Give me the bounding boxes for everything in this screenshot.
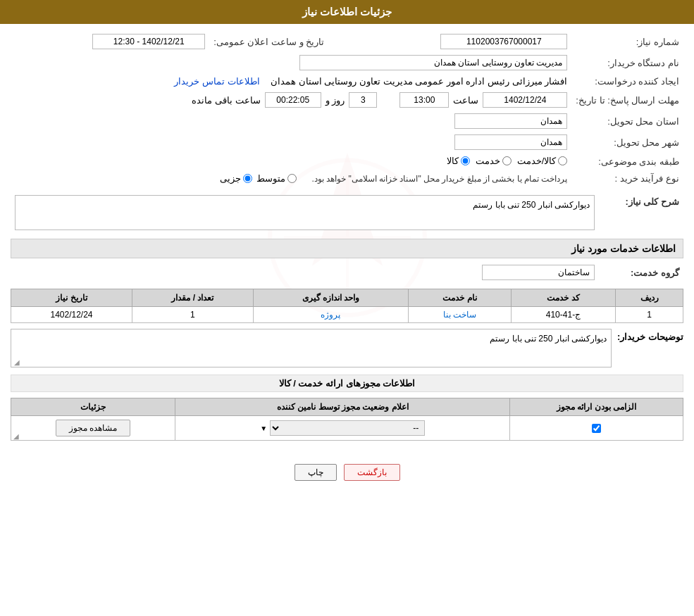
print-button[interactable]: چاپ (295, 464, 337, 481)
permit-col-supplier-status: اعلام وضعیت مجوز توسط نامین کننده (175, 398, 510, 416)
notes-resize-handle: ◢ (13, 358, 20, 365)
permit-section-title: اطلاعات مجوزهای ارائه خدمت / کالا (11, 375, 683, 392)
topic-radio-khidmat[interactable] (502, 156, 512, 165)
date-announce-input (92, 34, 205, 49)
permit-supplier-status-cell: -- ▼ (175, 416, 510, 441)
permit-section: اطلاعات مجوزهای ارائه خدمت / کالا الزامی… (11, 375, 683, 441)
topic-radio-kala-khidmat[interactable] (558, 156, 567, 165)
col-row-num: ردیف (616, 289, 683, 307)
purchase-type-medium[interactable]: متوسط (256, 173, 297, 184)
need-desc-table: شرح کلی نیاز: دیوارکشی انبار 250 تنی باب… (11, 192, 683, 233)
page-wrapper: جزئیات اطلاعات نیاز AnaATender.net شماره… (0, 0, 694, 616)
purchase-type-note: پرداخت تمام یا بخشی از مبلغ خریدار محل "… (311, 174, 567, 184)
response-time-input (399, 92, 449, 108)
buyer-notes-box: دیوارکشی انبار 250 تنی بابا رستم ◢ (11, 329, 612, 367)
response-date-input (483, 92, 567, 108)
col-quantity: تعداد / مقدار (132, 289, 254, 307)
topic-radio-kala[interactable] (461, 156, 470, 165)
contact-link[interactable]: اطلاعات تماس خریدار (174, 76, 259, 87)
service-group-input (482, 265, 595, 280)
service-group-table: گروه خدمت: (11, 262, 683, 283)
main-content: AnaATender.net شماره نیاز: تاریخ و ساعت … (0, 24, 694, 453)
services-section-header: اطلاعات خدمات مورد نیاز (11, 239, 683, 258)
col-unit: واحد اندازه گیری (253, 289, 408, 307)
info-table-top: شماره نیاز: تاریخ و ساعت اعلان عمومی: نا… (11, 31, 683, 187)
need-desc-text: دیوارکشی انبار 250 تنی بابا رستم (473, 200, 590, 210)
col-service-name: نام خدمت (409, 289, 512, 307)
buyer-notes-label: توضیحات خریدار: (617, 329, 683, 342)
need-number-label: شماره نیاز: (571, 31, 683, 52)
page-title: جزئیات اطلاعات نیاز (0, 0, 694, 24)
purchase-type-radio-medium[interactable] (287, 174, 297, 183)
purchase-type-label: نوع فرآیند خرید : (571, 170, 683, 187)
permit-mandatory-cell (510, 416, 683, 441)
purchase-type-radio-partial[interactable] (243, 174, 252, 183)
time-label: ساعت (453, 95, 478, 106)
permit-mandatory-checkbox[interactable] (592, 424, 601, 433)
delivery-province-label: استان محل تحویل: (571, 111, 683, 132)
permit-col-mandatory: الزامی بودن ارائه مجوز (510, 398, 683, 416)
topic-kala[interactable]: کالا (447, 156, 470, 166)
response-remaining-input (265, 92, 321, 108)
buyer-notes-text: دیوارکشی انبار 250 تنی بابا رستم (490, 334, 607, 344)
cell-row-num: 1 (616, 307, 683, 323)
permit-table: الزامی بودن ارائه مجوز اعلام وضعیت مجوز … (11, 398, 683, 441)
list-item: -- ▼ مشاهده مجوز (11, 416, 683, 441)
need-number-input (440, 34, 567, 49)
buyer-notes-area: توضیحات خریدار: دیوارکشی انبار 250 تنی ب… (11, 329, 683, 367)
topic-khidmat[interactable]: خدمت (476, 156, 512, 166)
col-service-code: کد خدمت (511, 289, 615, 307)
cell-need-date: 1402/12/24 (11, 307, 132, 323)
purchase-type-row: پرداخت تمام یا بخشی از مبلغ خریدار محل "… (15, 173, 567, 184)
back-button[interactable]: بازگشت (344, 464, 400, 481)
delivery-city-input (454, 134, 567, 150)
col-need-date: تاریخ نیاز (11, 289, 132, 307)
topic-label: طبقه بندی موضوعی: (571, 153, 683, 170)
cell-service-code: ج-41-410 (511, 307, 615, 323)
response-deadline-label: مهلت ارسال پاسخ: تا تاریخ: (571, 89, 683, 111)
topic-radio-group: کالا/خدمت خدمت کالا (447, 156, 568, 166)
buyer-org-label: نام دستگاه خریدار: (571, 52, 683, 73)
delivery-city-label: شهر محل تحویل: (571, 132, 683, 153)
need-desc-label: شرح کلی نیاز: (599, 192, 683, 233)
content-area: شماره نیاز: تاریخ و ساعت اعلان عمومی: نا… (11, 31, 683, 441)
service-group-label: گروه خدمت: (599, 262, 683, 283)
resize-handle: ◢ (12, 432, 19, 439)
requester-value: افشار میرزائی رئیس اداره امور عمومی مدیر… (271, 76, 567, 87)
cell-unit: پروژه (253, 307, 408, 323)
chevron-down-icon: ▼ (260, 425, 267, 432)
footer-buttons: بازگشت چاپ (0, 453, 694, 491)
remaining-suffix: ساعت باقی مانده (192, 95, 260, 106)
permit-col-details: جزئیات (11, 398, 175, 416)
delivery-province-input (454, 113, 567, 129)
view-permit-button[interactable]: مشاهده مجوز (56, 420, 130, 436)
response-days-input (349, 92, 377, 108)
buyer-org-input (299, 55, 567, 70)
permit-details-cell: مشاهده مجوز (11, 416, 175, 441)
requester-label: ایجاد کننده درخواست: (571, 73, 683, 89)
date-announce-label: تاریخ و ساعت اعلان عمومی: (209, 31, 328, 52)
cell-quantity: 1 (132, 307, 254, 323)
days-and-label: روز و (326, 95, 345, 106)
services-table: ردیف کد خدمت نام خدمت واحد اندازه گیری ت… (11, 289, 683, 323)
topic-kala-khidmat[interactable]: کالا/خدمت (517, 156, 568, 166)
table-row: 1 ج-41-410 ساخت بنا پروژه 1 1402/12/24 (11, 307, 683, 323)
purchase-type-partial[interactable]: جزیی (220, 173, 252, 184)
cell-service-name: ساخت بنا (409, 307, 512, 323)
permit-status-select[interactable]: -- (270, 420, 425, 436)
need-desc-box: دیوارکشی انبار 250 تنی بابا رستم ◢ (15, 195, 595, 230)
